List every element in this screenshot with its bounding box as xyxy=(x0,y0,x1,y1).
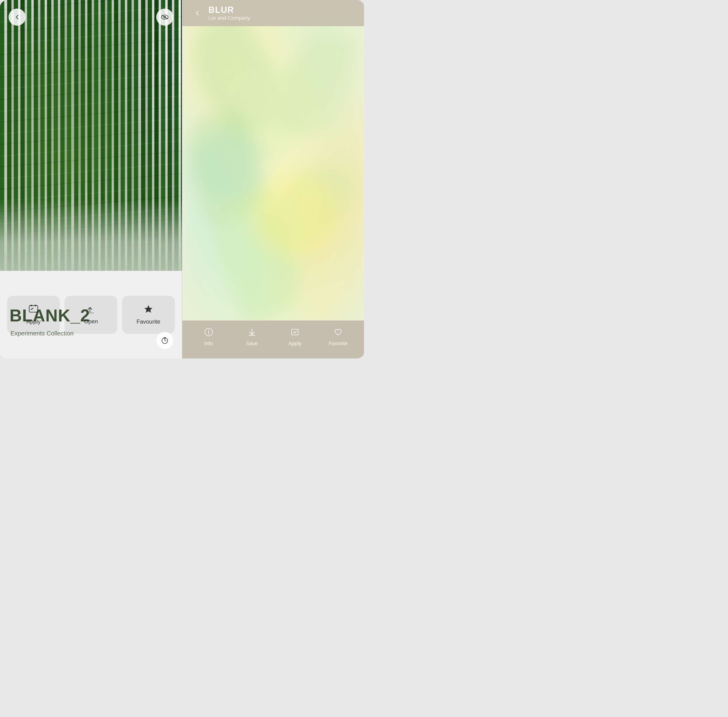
apply-tab-icon xyxy=(291,328,299,339)
save-icon xyxy=(248,328,256,339)
save-label: Save xyxy=(246,340,258,346)
favorite-icon xyxy=(334,328,343,339)
right-header-title: BLUR xyxy=(209,5,250,15)
right-tab-bar: Info Save Apply xyxy=(182,320,364,358)
right-back-button[interactable] xyxy=(191,7,204,20)
blur-leaf-6 xyxy=(272,26,359,143)
favorite-label: Favorite xyxy=(329,340,347,346)
blur-yellow-1 xyxy=(254,173,337,256)
apply-tab-label: Apply xyxy=(288,340,302,346)
info-label: Info xyxy=(204,340,213,346)
wallpaper-subtitle: Experiments Collection xyxy=(11,330,74,337)
favourite-icon xyxy=(144,304,153,316)
right-header-subtitle: Lor and Company xyxy=(209,15,250,21)
tab-apply[interactable]: Apply xyxy=(281,325,309,349)
timer-button[interactable] xyxy=(156,332,173,349)
left-image-area xyxy=(0,0,182,271)
svg-point-11 xyxy=(208,330,209,331)
wallpaper-title: BLANK_2 xyxy=(9,306,90,325)
image-bottom-gradient xyxy=(0,200,182,271)
svg-line-2 xyxy=(162,15,168,19)
left-panel: BLANK_2 Experiments Collection Apply xyxy=(0,0,182,358)
right-header: BLUR Lor and Company xyxy=(182,0,364,26)
right-header-text: BLUR Lor and Company xyxy=(209,5,250,21)
tab-favorite[interactable]: Favorite xyxy=(324,325,352,349)
right-image-area xyxy=(182,0,364,320)
blur-shapes xyxy=(182,0,364,320)
blur-teal-1 xyxy=(191,128,263,200)
tab-info[interactable]: Info xyxy=(195,325,223,349)
tab-save[interactable]: Save xyxy=(238,325,266,349)
info-icon xyxy=(204,328,213,339)
svg-marker-8 xyxy=(145,305,152,313)
favourite-label: Favourite xyxy=(137,318,160,325)
svg-rect-13 xyxy=(292,329,298,335)
eye-toggle-button[interactable] xyxy=(156,9,173,26)
favourite-button[interactable]: Favourite xyxy=(122,296,175,334)
back-button[interactable] xyxy=(9,9,26,26)
right-panel: BLUR Lor and Company Info xyxy=(182,0,364,358)
